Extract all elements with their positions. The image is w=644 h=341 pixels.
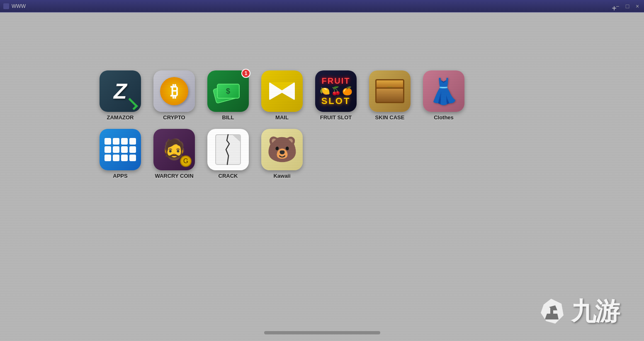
app-row-1: Z ZAMAZOR ₿ CRYPTO $ $ [95, 70, 469, 121]
app-row-2: APPS 🧔 G WARCRY COIN [95, 129, 469, 179]
app-crypto[interactable]: ₿ CRYPTO [149, 70, 199, 121]
watermark-text: 九游 [571, 295, 619, 329]
crack-label: CRACK [219, 173, 238, 179]
app-apps[interactable]: APPS [95, 129, 145, 179]
zamazor-label: ZAMAZOR [107, 114, 134, 121]
clothes-icon: 👗 [423, 70, 464, 112]
title-bar-controls: + − □ × [614, 3, 641, 10]
main-area: Z ZAMAZOR ₿ CRYPTO $ $ [0, 12, 644, 341]
crack-icon [207, 129, 249, 170]
title-bar: WWW + − □ × [0, 0, 644, 12]
app-warcry[interactable]: 🧔 G WARCRY COIN [149, 129, 199, 179]
kawaii-label: Kawaii [273, 173, 290, 179]
clothes-label: Clothes [434, 114, 454, 121]
app-crack[interactable]: CRACK [203, 129, 253, 179]
apps-icon [100, 129, 141, 170]
maximize-button[interactable]: □ [624, 3, 631, 10]
add-button[interactable]: + [609, 3, 619, 13]
crypto-label: CRYPTO [163, 114, 185, 121]
scrollbar[interactable] [264, 331, 380, 334]
app-skincase[interactable]: SKIN CASE [365, 70, 415, 121]
app-zamazor[interactable]: Z ZAMAZOR [95, 70, 145, 121]
app-bill[interactable]: $ $ 1 BILL [203, 70, 253, 121]
app-fruitslot[interactable]: FRUIT 🍋 🍒 🍊 SLOT FRUIT SLOT [311, 70, 361, 121]
bill-label: BILL [222, 114, 234, 121]
9g-logo-icon [535, 295, 568, 329]
watermark: 九游 [535, 295, 619, 329]
kawaii-icon: 🐻 [261, 129, 303, 170]
warcry-icon: 🧔 G [153, 129, 195, 170]
skincase-label: SKIN CASE [375, 114, 405, 121]
mail-label: MAIL [275, 114, 289, 121]
favicon-icon [3, 3, 9, 9]
mail-icon [261, 70, 303, 112]
window-title: WWW [12, 3, 26, 9]
fruitslot-label: FRUIT SLOT [320, 114, 352, 121]
app-mail[interactable]: MAIL [257, 70, 307, 121]
zamazor-icon: Z [100, 70, 141, 112]
apps-label: APPS [113, 173, 127, 179]
fruitslot-icon: FRUIT 🍋 🍒 🍊 SLOT [315, 70, 357, 112]
title-bar-left: WWW [3, 3, 26, 9]
bill-icon-wrapper: $ $ 1 [207, 70, 249, 112]
skincase-icon [369, 70, 411, 112]
bill-badge: 1 [241, 69, 250, 78]
close-button[interactable]: × [634, 3, 641, 10]
warcry-label: WARCRY COIN [155, 173, 193, 179]
app-kawaii[interactable]: 🐻 Kawaii [257, 129, 307, 179]
crypto-icon: ₿ [153, 70, 195, 112]
app-grid: Z ZAMAZOR ₿ CRYPTO $ $ [95, 70, 469, 179]
app-clothes[interactable]: 👗 Clothes [419, 70, 469, 121]
